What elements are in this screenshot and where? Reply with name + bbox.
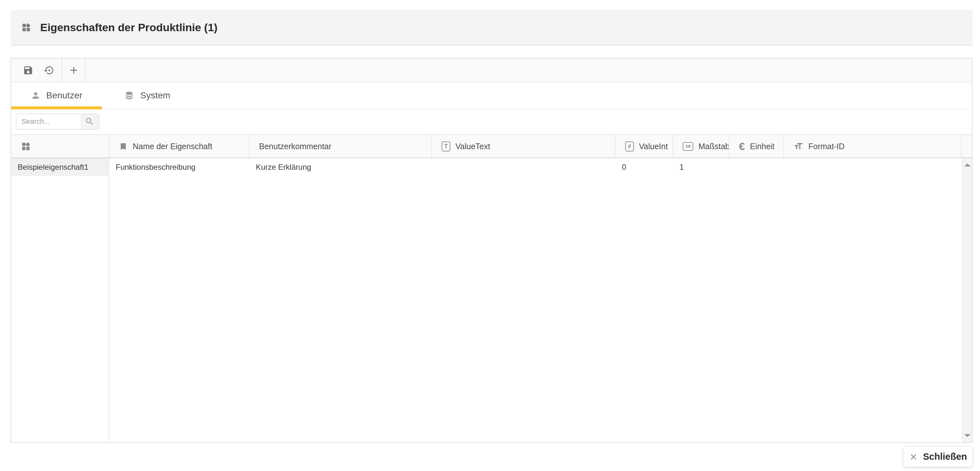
column-header-einheit[interactable]: € Einheit — [729, 135, 784, 158]
frozen-column-divider — [109, 158, 109, 442]
search-box — [16, 113, 99, 130]
column-header-label: Einheit — [750, 142, 774, 151]
add-button[interactable] — [65, 62, 82, 78]
banknote-box-icon: 100 — [682, 142, 693, 151]
widgets-icon — [21, 22, 31, 32]
column-header-label: Benutzerkommentar — [259, 142, 331, 151]
tab-system-label: System — [140, 90, 170, 101]
database-icon — [124, 90, 134, 101]
dialog-titlebar: Eigenschaften der Produktlinie (1) — [11, 10, 973, 46]
table-row[interactable]: Beispieleigenschaft1 Funktionsbeschreibu… — [11, 158, 972, 176]
cell-valueint[interactable]: 0 — [616, 158, 673, 176]
scroll-down-icon[interactable] — [964, 434, 970, 437]
tab-benutzer-label: Benutzer — [46, 90, 82, 101]
restore-button[interactable] — [41, 62, 57, 78]
column-header-rowheader[interactable] — [11, 135, 109, 158]
tab-system[interactable]: System — [102, 82, 192, 109]
column-header-label: ValueText — [455, 142, 490, 151]
euro-icon: € — [739, 141, 745, 152]
cell-format[interactable] — [784, 158, 962, 176]
save-icon — [23, 65, 33, 76]
column-header-label: Format-ID — [808, 142, 845, 151]
search-row — [11, 109, 972, 134]
format-size-icon — [794, 142, 803, 151]
widgets-icon — [21, 142, 31, 151]
close-button[interactable]: Schließen — [904, 447, 972, 467]
number-box-icon: # — [625, 142, 634, 151]
toolbar-group-add — [62, 59, 85, 82]
letter-box-icon: T — [442, 142, 450, 151]
column-header-label: ValueInt — [639, 142, 668, 151]
properties-panel: Benutzer System — [11, 58, 973, 443]
cell-name[interactable]: Funktionsbeschreibung — [109, 158, 250, 176]
cell-unit[interactable] — [729, 158, 784, 176]
column-header-valueint[interactable]: # ValueInt — [616, 135, 673, 158]
column-header-label: Maßstab — [698, 142, 729, 151]
toolbar-divider — [85, 59, 86, 82]
cell-comment[interactable]: Kurze Erklärung — [250, 158, 432, 176]
magnifier-icon — [85, 117, 94, 126]
toolbar — [11, 59, 972, 82]
toolbar-group-file — [11, 59, 62, 82]
restore-icon — [44, 65, 55, 76]
column-header-comment[interactable]: Benutzerkommentar — [250, 135, 432, 158]
bookmark-icon — [119, 142, 127, 151]
cell-valuetext[interactable] — [432, 158, 616, 176]
add-icon — [68, 65, 80, 76]
tab-benutzer[interactable]: Benutzer — [11, 82, 102, 109]
close-button-label: Schließen — [923, 451, 967, 462]
page-title: Eigenschaften der Produktlinie (1) — [40, 21, 218, 34]
column-header-valuetext[interactable]: T ValueText — [432, 135, 616, 158]
column-header-name[interactable]: Name der Eigenschaft — [109, 135, 250, 158]
person-icon — [31, 91, 40, 100]
save-button[interactable] — [20, 62, 36, 78]
column-header-label: Name der Eigenschaft — [133, 142, 212, 151]
tabbar: Benutzer System — [11, 82, 972, 109]
scroll-up-icon[interactable] — [964, 163, 970, 167]
close-icon — [909, 452, 918, 461]
table-header-row: Name der Eigenschaft Benutzerkommentar T… — [11, 134, 972, 158]
search-button[interactable] — [81, 114, 99, 129]
scrollbar-header-cap — [962, 135, 972, 158]
table-body: Beispieleigenschaft1 Funktionsbeschreibu… — [11, 158, 972, 442]
vertical-scrollbar[interactable] — [962, 158, 972, 442]
cell-scale[interactable]: 1 — [673, 158, 729, 176]
cell-row-header[interactable]: Beispieleigenschaft1 — [11, 158, 109, 176]
search-input[interactable] — [16, 114, 81, 129]
column-header-massstab[interactable]: 100 Maßstab — [673, 135, 729, 158]
column-header-format-id[interactable]: Format-ID — [784, 135, 962, 158]
